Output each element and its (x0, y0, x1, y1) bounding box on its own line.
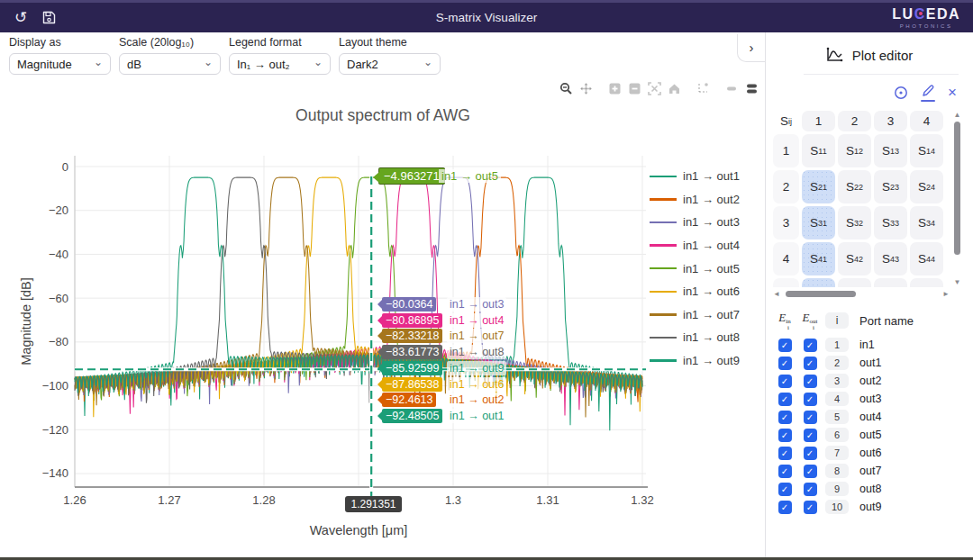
port-out-checkbox[interactable]: ✓ (804, 483, 817, 496)
smatrix-cell-S21[interactable]: S21 (802, 170, 835, 203)
smatrix-cell-S24[interactable]: S24 (910, 170, 943, 203)
smatrix-cell-S42[interactable]: S42 (838, 242, 871, 275)
y-tick: −20 (49, 203, 68, 217)
smatrix-hscrollbar[interactable]: ◄ ► (773, 289, 950, 298)
port-out-checkbox[interactable]: ✓ (804, 339, 817, 352)
port-out-checkbox[interactable]: ✓ (804, 429, 817, 442)
legend-format-control: Legend format In₁ → out₂⌄ (229, 36, 331, 75)
hover-compare-icon[interactable] (742, 81, 760, 96)
scroll-down-icon[interactable]: ▼ (954, 278, 961, 287)
port-in-checkbox[interactable]: ✓ (778, 393, 792, 406)
zoom-out-icon[interactable] (625, 81, 643, 96)
legend-item[interactable]: in1 → out9 (650, 349, 740, 373)
pan-icon[interactable] (577, 81, 595, 96)
smatrix-row-header[interactable]: 2 (773, 170, 799, 203)
layout-theme-label: Layout theme (339, 36, 441, 49)
legend-format-select[interactable]: In₁ → out₂⌄ (229, 53, 331, 75)
smatrix-cell-S53[interactable]: S53 (874, 278, 907, 287)
smatrix-cell-S52[interactable]: S52 (838, 278, 871, 287)
legend-item[interactable]: in1 → out6 (650, 280, 740, 303)
e-in-header: Eini (775, 311, 795, 331)
autoscale-icon[interactable] (645, 81, 663, 96)
port-in-checkbox[interactable]: ✓ (778, 429, 792, 442)
smatrix-cell-S14[interactable]: S14 (910, 134, 943, 167)
scroll-up-icon[interactable]: ▲ (954, 111, 961, 120)
layout-theme-select[interactable]: Dark2⌄ (339, 53, 441, 75)
smatrix-cell-S54[interactable]: S54 (910, 278, 943, 287)
smatrix-cell-S22[interactable]: S22 (838, 170, 871, 203)
port-name: out2 (859, 375, 881, 387)
port-in-checkbox[interactable]: ✓ (778, 465, 792, 478)
smatrix-col-header[interactable]: 2 (838, 111, 871, 131)
close-icon[interactable]: × (948, 86, 957, 99)
port-row: ✓✓8out7 (775, 462, 973, 480)
smatrix-cell-S41[interactable]: S41 (802, 242, 835, 275)
reset-axes-icon[interactable] (665, 81, 683, 96)
smatrix-row-header[interactable]: 3 (773, 206, 799, 239)
port-row: ✓✓5out4 (775, 408, 973, 426)
legend-item[interactable]: in1 → out3 (650, 211, 740, 234)
smatrix-cell-S44[interactable]: S44 (910, 242, 943, 275)
legend-item[interactable]: in1 → out7 (650, 303, 740, 327)
port-out-checkbox[interactable]: ✓ (804, 465, 817, 478)
legend-label: in1 → out7 (683, 308, 740, 321)
smatrix-row-header[interactable]: 1 (773, 134, 799, 167)
port-name: out1 (859, 357, 881, 369)
smatrix-row-header[interactable]: 4 (773, 242, 799, 275)
hover-closest-icon[interactable] (723, 81, 741, 96)
port-in-checkbox[interactable]: ✓ (778, 339, 792, 352)
smatrix-cell-S33[interactable]: S33 (874, 206, 907, 239)
smatrix-cell-S51[interactable]: S51 (802, 278, 835, 287)
edit-icon[interactable] (921, 84, 935, 102)
spikelines-icon[interactable] (694, 81, 712, 96)
smatrix-cell-S43[interactable]: S43 (874, 242, 907, 275)
port-in-checkbox[interactable]: ✓ (778, 501, 792, 514)
legend-label: in1 → out3 (683, 215, 740, 229)
smatrix-cell-S23[interactable]: S23 (874, 170, 907, 203)
smatrix-cell-S32[interactable]: S32 (838, 206, 871, 239)
hscroll-thumb[interactable] (786, 291, 856, 297)
display-as-select[interactable]: Magnitude⌄ (9, 53, 111, 75)
zoom-in-icon[interactable] (605, 81, 623, 96)
port-in-checkbox[interactable]: ✓ (778, 357, 792, 370)
port-in-checkbox[interactable]: ✓ (778, 483, 792, 496)
legend-item[interactable]: in1 → out2 (650, 188, 740, 212)
port-out-checkbox[interactable]: ✓ (804, 357, 817, 370)
smatrix-cell-S12[interactable]: S12 (838, 134, 871, 167)
x-tick: 1.27 (158, 493, 180, 507)
smatrix-col-header[interactable]: 3 (874, 111, 907, 131)
legend-item[interactable]: in1 → out1 (650, 165, 740, 188)
port-out-checkbox[interactable]: ✓ (804, 393, 817, 406)
smatrix-col-header[interactable]: 4 (910, 111, 943, 131)
smatrix-vscrollbar[interactable]: ▲ ▼ (952, 111, 962, 287)
gridlines (75, 156, 646, 487)
smatrix-col-header[interactable]: 1 (802, 111, 835, 131)
port-out-checkbox[interactable]: ✓ (804, 411, 817, 424)
legend-line (650, 198, 677, 201)
info-icon[interactable] (894, 86, 908, 100)
smatrix-cell-S11[interactable]: S11 (802, 134, 835, 167)
zoom-icon[interactable] (557, 81, 575, 96)
scroll-right-icon[interactable]: ► (942, 290, 950, 298)
hover-value-box: −80.86895 (382, 313, 442, 328)
hover-value-box: −82.33218 (382, 329, 442, 343)
port-in-checkbox[interactable]: ✓ (778, 411, 792, 424)
port-in-checkbox[interactable]: ✓ (778, 375, 792, 388)
legend-item[interactable]: in1 → out5 (650, 257, 740, 280)
port-out-checkbox[interactable]: ✓ (804, 501, 817, 514)
legend-item[interactable]: in1 → out8 (650, 326, 740, 349)
display-as-control: Display as Magnitude⌄ (9, 36, 111, 75)
legend-item[interactable]: in1 → out4 (650, 234, 740, 257)
scale-select[interactable]: dB⌄ (119, 53, 221, 75)
smatrix-row-header[interactable]: 5 (773, 278, 799, 287)
port-out-checkbox[interactable]: ✓ (804, 375, 817, 388)
port-index: 2 (825, 356, 849, 370)
vscroll-thumb[interactable] (954, 122, 960, 255)
smatrix-cell-S31[interactable]: S31 (802, 206, 835, 239)
port-out-checkbox[interactable]: ✓ (804, 447, 817, 460)
smatrix-cell-S13[interactable]: S13 (874, 134, 907, 167)
scroll-left-icon[interactable]: ◄ (773, 290, 780, 298)
sidebar-collapse-button[interactable]: › (737, 34, 765, 62)
smatrix-cell-S34[interactable]: S34 (910, 206, 943, 239)
port-in-checkbox[interactable]: ✓ (778, 447, 792, 460)
